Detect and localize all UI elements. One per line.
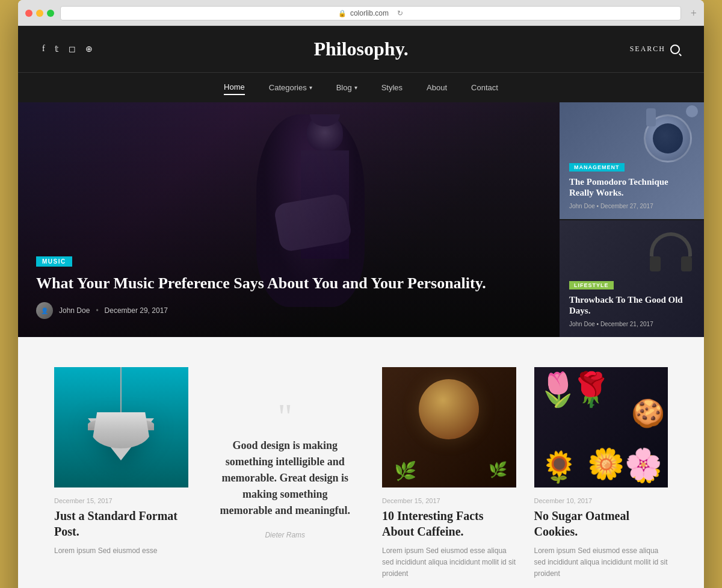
categories-chevron: ▾ xyxy=(309,84,312,91)
card-content-management: MANAGEMENT The Pomodoro Technique Really… xyxy=(569,161,694,209)
card-meta-lifestyle: John Doe • December 21, 2017 xyxy=(569,321,694,327)
card-author-management: John Doe xyxy=(569,203,595,209)
hero-section: MUSIC What Your Music Preference Says Ab… xyxy=(18,102,704,337)
minimize-button[interactable] xyxy=(36,10,43,17)
card-title-lifestyle: Throwback To The Good Old Days. xyxy=(569,294,694,316)
quote-text: Good design is making something intellig… xyxy=(218,438,353,519)
post-title-lamp[interactable]: Just a Standard Format Post. xyxy=(54,508,188,539)
card-title-management: The Pomodoro Technique Really Works. xyxy=(569,176,694,198)
search-icon xyxy=(670,45,680,54)
reload-button[interactable]: ↻ xyxy=(397,9,403,17)
search-button[interactable]: SEARCH xyxy=(630,45,680,54)
maximize-button[interactable] xyxy=(47,10,54,17)
twitter-icon[interactable]: 𝕥 xyxy=(55,44,59,54)
card-author-lifestyle: John Doe xyxy=(569,321,595,327)
dot-separator: • xyxy=(96,306,98,315)
post-title-coffee[interactable]: 10 Interesting Facts About Caffeine. xyxy=(382,508,516,539)
site-header: f 𝕥 ◻ ⊕ Philosophy. SEARCH xyxy=(18,26,704,72)
author-name: John Doe xyxy=(59,306,90,315)
post-image-lamp xyxy=(54,367,188,487)
new-tab-button[interactable]: + xyxy=(691,7,697,20)
nav-item-blog[interactable]: Blog ▾ xyxy=(336,80,357,95)
hero-sidebar: MANAGEMENT The Pomodoro Technique Really… xyxy=(560,102,704,337)
card-content-lifestyle: LIFESTYLE Throwback To The Good Old Days… xyxy=(569,279,694,327)
post-image-coffee: 🌿 🌿 xyxy=(382,367,516,487)
facebook-icon[interactable]: f xyxy=(42,44,45,54)
post-excerpt-cookies: Lorem ipsum Sed eiusmod esse aliqua sed … xyxy=(534,545,668,580)
browser-chrome: 🔒 colorlib.com ↻ + xyxy=(18,0,704,26)
card-date-management: December 27, 2017 xyxy=(600,203,653,209)
hero-main-post[interactable]: MUSIC What Your Music Preference Says Ab… xyxy=(18,102,560,337)
lock-icon: 🔒 xyxy=(338,10,347,17)
lifestyle-badge: LIFESTYLE xyxy=(569,281,614,289)
card-meta-management: John Doe • December 27, 2017 xyxy=(569,203,694,209)
post-date-coffee: December 15, 2017 xyxy=(382,497,516,504)
blog-post-lamp[interactable]: December 15, 2017 Just a Standard Format… xyxy=(54,367,188,580)
post-image-flowers: 🌷 🌹 🌻 🌼 🍪 xyxy=(534,367,668,487)
blog-post-quote: " Good design is making something intell… xyxy=(206,367,365,580)
site-logo[interactable]: Philosophy. xyxy=(313,38,408,60)
post-date-cookies: December 10, 2017 xyxy=(534,497,668,504)
social-icons: f 𝕥 ◻ ⊕ xyxy=(42,44,93,54)
blog-chevron: ▾ xyxy=(354,84,357,91)
blog-section: December 15, 2017 Just a Standard Format… xyxy=(18,337,704,588)
nav-item-categories[interactable]: Categories ▾ xyxy=(269,80,312,95)
site-content: f 𝕥 ◻ ⊕ Philosophy. SEARCH Home Categori… xyxy=(18,26,704,588)
blog-post-cookies[interactable]: 🌷 🌹 🌻 🌼 🍪 December 10, 2017 No Sugar Oat… xyxy=(534,367,668,580)
address-bar[interactable]: 🔒 colorlib.com ↻ xyxy=(60,6,681,20)
post-title-cookies[interactable]: No Sugar Oatmeal Cookies. xyxy=(534,508,668,539)
post-excerpt-lamp: Lorem ipsum Sed eiusmod esse xyxy=(54,545,188,557)
blog-post-coffee[interactable]: 🌿 🌿 December 15, 2017 10 Interesting Fac… xyxy=(382,367,516,580)
instagram-icon[interactable]: ◻ xyxy=(69,44,76,54)
site-nav: Home Categories ▾ Blog ▾ Styles About Co… xyxy=(18,72,704,102)
hero-title[interactable]: What Your Music Preference Says About Yo… xyxy=(36,274,548,292)
search-label: SEARCH xyxy=(630,45,665,54)
hero-category-badge[interactable]: MUSIC xyxy=(36,256,72,267)
card-date-lifestyle: December 21, 2017 xyxy=(600,321,653,327)
hero-content: MUSIC What Your Music Preference Says Ab… xyxy=(36,255,548,319)
post-excerpt-coffee: Lorem ipsum Sed eiusmod esse aliqua sed … xyxy=(382,545,516,580)
browser-window: 🔒 colorlib.com ↻ + f 𝕥 ◻ ⊕ Philosophy. S… xyxy=(18,0,704,588)
nav-item-about[interactable]: About xyxy=(427,80,447,95)
nav-item-contact[interactable]: Contact xyxy=(471,80,498,95)
sidebar-card-management[interactable]: MANAGEMENT The Pomodoro Technique Really… xyxy=(560,102,704,219)
hero-author-info: 👤 John Doe • December 29, 2017 xyxy=(36,302,548,319)
close-button[interactable] xyxy=(25,10,32,17)
management-badge: MANAGEMENT xyxy=(569,163,625,172)
hero-date: December 29, 2017 xyxy=(105,306,168,315)
nav-item-home[interactable]: Home xyxy=(224,80,245,95)
traffic-lights xyxy=(25,10,54,17)
quote-marks: " xyxy=(278,407,293,426)
quote-author: Dieter Rams xyxy=(265,531,305,539)
post-date-lamp: December 15, 2017 xyxy=(54,497,188,504)
pinterest-icon[interactable]: ⊕ xyxy=(85,44,93,54)
sidebar-card-lifestyle[interactable]: LIFESTYLE Throwback To The Good Old Days… xyxy=(560,219,704,337)
author-avatar: 👤 xyxy=(36,302,53,319)
url-text: colorlib.com xyxy=(350,9,389,17)
nav-item-styles[interactable]: Styles xyxy=(381,80,403,95)
